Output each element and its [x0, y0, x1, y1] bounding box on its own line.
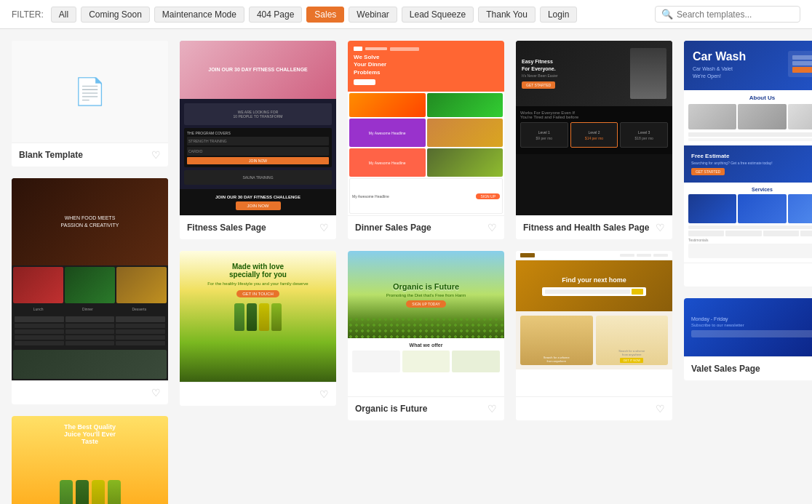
organic-col2-favorite[interactable]: ♡	[319, 388, 329, 400]
real-estate-favorite[interactable]: ♡	[656, 403, 665, 415]
organic-future-card[interactable]: Organic is Future Promoting the Diet tha…	[348, 251, 504, 420]
column-3: We SolveYour DinnerProblems My Awesome H…	[348, 41, 504, 504]
filter-404[interactable]: 404 Page	[249, 7, 302, 23]
food-label-dinner: Dinner	[82, 307, 93, 311]
dinner-food-grid: My Awesome Headline My Awesome Headline …	[348, 92, 504, 215]
valet-card[interactable]: Monday - Friday Subscribe to our newslet…	[684, 298, 812, 380]
dinner-sales-favorite[interactable]: ♡	[487, 222, 497, 233]
organic-future-footer: Organic is Future ♡	[348, 396, 504, 420]
fitness-sales-footer: Fitness Sales Page ♡	[180, 215, 336, 239]
fh-hero: Easy FitnessFor Everyone. It's Never Bee…	[516, 41, 672, 106]
fitness-cta: JOIN OUR 30 DAY FITNESS CHALLENGE JOIN N…	[180, 189, 336, 215]
organic-hero-title: Organic is Future	[393, 282, 459, 291]
re-nav	[516, 251, 672, 260]
bottle-2	[76, 480, 89, 504]
food-template-thumb[interactable]: WHEN FOOD MEETSPASSION & CREATIVITY Lunc…	[12, 178, 168, 380]
organic-cta-preview: GET IN TOUCH	[236, 290, 279, 297]
dinner-food-1	[349, 93, 426, 117]
filter-webinar[interactable]: Webinar	[349, 7, 397, 23]
food-table-rows	[15, 324, 165, 345]
blank-template-favorite[interactable]: ♡	[151, 149, 161, 161]
cw-services: Services Testimonials	[684, 183, 812, 263]
food-label-desserts: Desserts	[132, 307, 146, 311]
fitness-cta-text: JOIN OUR 30 DAY FITNESS CHALLENGE	[215, 195, 300, 199]
organic-preview-inner: Made with lovespecially for you For the …	[180, 251, 336, 382]
fitness-health-title: Fitness and Health Sales Page	[523, 223, 649, 233]
food-plate-1	[13, 267, 63, 303]
filter-sales[interactable]: Sales	[306, 7, 344, 23]
real-estate-card[interactable]: Find your next home Search for a whomefr…	[516, 251, 672, 420]
cw-estimate-title: Free Estimate	[691, 153, 729, 159]
organic-bottles-preview	[234, 303, 282, 331]
filter-all[interactable]: All	[51, 7, 76, 23]
re-hero-text: Find your next home	[562, 276, 626, 284]
dinner-sales-card[interactable]: We SolveYour DinnerProblems My Awesome H…	[348, 41, 504, 239]
flavour-hero: The Best QualityJuice You'll EverTaste	[12, 423, 168, 445]
fitness-program-label: THE PROGRAM COVERS	[187, 131, 329, 135]
fitness-health-card[interactable]: Easy FitnessFor Everyone. It's Never Bee…	[516, 41, 672, 239]
filter-label: FILTER:	[12, 9, 44, 20]
organic-future-thumb[interactable]: Organic is Future Promoting the Diet tha…	[348, 251, 504, 396]
real-estate-thumb[interactable]: Find your next home Search for a whomefr…	[516, 251, 672, 396]
cw-services-logos	[688, 231, 812, 236]
valet-thumb[interactable]: Monday - Friday Subscribe to our newslet…	[684, 298, 812, 356]
car-wash-thumb[interactable]: Car Wash Car Wash & ValetWe're Open! Abo…	[684, 41, 812, 263]
dinner-food-2	[427, 93, 503, 117]
filter-lead-squeeze[interactable]: Lead Squeeze	[402, 7, 474, 23]
organic-hero: Organic is Future Promoting the Diet tha…	[348, 251, 504, 338]
organic-col2-thumb[interactable]: Made with lovespecially for you For the …	[180, 251, 336, 382]
fitness-sales-card[interactable]: JOIN OUR 30 DAY FITNESS CHALLENGE WE ARE…	[180, 41, 336, 239]
cw-services-title: Services	[688, 187, 812, 192]
organic-col2-card[interactable]: Made with lovespecially for you For the …	[180, 251, 336, 406]
filter-login[interactable]: Login	[540, 7, 577, 23]
food-plate-3	[116, 267, 167, 303]
dinner-cta-row: My Awesome Headline SIGN UP	[349, 178, 503, 214]
fh-body: Works For Everyone Even IfYou're Tired a…	[516, 106, 672, 154]
organic-subtitle-preview: For the healthy lifestyle you and your f…	[207, 281, 308, 286]
organic-what-offer: What we offer	[348, 338, 504, 377]
blank-template-thumb[interactable]: 📄	[12, 41, 168, 143]
food-hero: WHEN FOOD MEETSPASSION & CREATIVITY	[12, 178, 168, 265]
organic-hero-sub: Promoting the Diet that's Free from Harm	[379, 293, 474, 297]
dinner-hero-text: We SolveYour DinnerProblems	[354, 54, 386, 76]
fitness-sauna: SAUNA TRAINING	[184, 170, 332, 185]
fitness-health-thumb[interactable]: Easy FitnessFor Everyone. It's Never Bee…	[516, 41, 672, 215]
filter-thank-you[interactable]: Thank You	[478, 7, 536, 23]
food-label-lunch: Lunch	[33, 307, 44, 311]
flavour-template-card[interactable]: The Best QualityJuice You'll EverTaste F…	[12, 416, 168, 504]
fitness-sales-favorite[interactable]: ♡	[319, 222, 329, 233]
blank-template-card[interactable]: 📄 Blank Template ♡	[12, 41, 168, 167]
dinner-food-6	[427, 148, 503, 177]
filter-maintenance[interactable]: Maintenance Mode	[154, 7, 244, 23]
fitness-sales-thumb[interactable]: JOIN OUR 30 DAY FITNESS CHALLENGE WE ARE…	[180, 41, 336, 215]
filter-coming-soon[interactable]: Coming Soon	[81, 7, 150, 23]
food-template-favorite[interactable]: ♡	[151, 387, 161, 399]
dinner-sales-footer: Dinner Sales Page ♡	[348, 215, 504, 239]
fitness-hero: JOIN OUR 30 DAY FITNESS CHALLENGE	[180, 41, 336, 99]
search-input[interactable]	[677, 9, 794, 20]
re-search-bar	[542, 287, 645, 296]
food-template-card[interactable]: WHEN FOOD MEETSPASSION & CREATIVITY Lunc…	[12, 178, 168, 404]
valet-subscribe	[691, 330, 812, 337]
food-template-footer: ♡	[12, 380, 168, 404]
fitness-health-favorite[interactable]: ♡	[656, 222, 665, 233]
food-table-header	[15, 316, 165, 322]
flavour-template-thumb[interactable]: The Best QualityJuice You'll EverTaste F…	[12, 416, 168, 504]
cw-subtitle: Car Wash & ValetWe're Open!	[693, 65, 746, 80]
food-hero-text: WHEN FOOD MEETSPASSION & CREATIVITY	[57, 210, 124, 234]
fh-body-text: Works For Everyone Even IfYou're Tired a…	[520, 111, 668, 119]
re-app-mockup: Search for a whomefrom anywhere Search f…	[516, 311, 672, 369]
flavour-subtitle: The Best QualityJuice You'll EverTaste	[12, 423, 168, 445]
car-wash-card[interactable]: Car Wash Car Wash & ValetWe're Open! Abo…	[684, 41, 812, 287]
fh-cards-row: Level 1 $9 per mo Level 2 $14 per mo Lev…	[520, 122, 668, 148]
dinner-hero: We SolveYour DinnerProblems	[348, 41, 504, 92]
dinner-sales-thumb[interactable]: We SolveYour DinnerProblems My Awesome H…	[348, 41, 504, 215]
template-grid: 📄 Blank Template ♡ WHEN FOOD MEETSPASSIO…	[0, 29, 812, 504]
fitness-hero-text: JOIN OUR 30 DAY FITNESS CHALLENGE	[208, 66, 308, 74]
re-hero: Find your next home	[516, 260, 672, 311]
juice-bottles	[17, 480, 162, 504]
car-wash-footer: ♡	[684, 263, 812, 287]
organic-future-favorite[interactable]: ♡	[487, 403, 497, 415]
organic-hero-cta: SIGN UP TODAY	[406, 300, 446, 308]
fh-hero-image	[630, 48, 666, 99]
